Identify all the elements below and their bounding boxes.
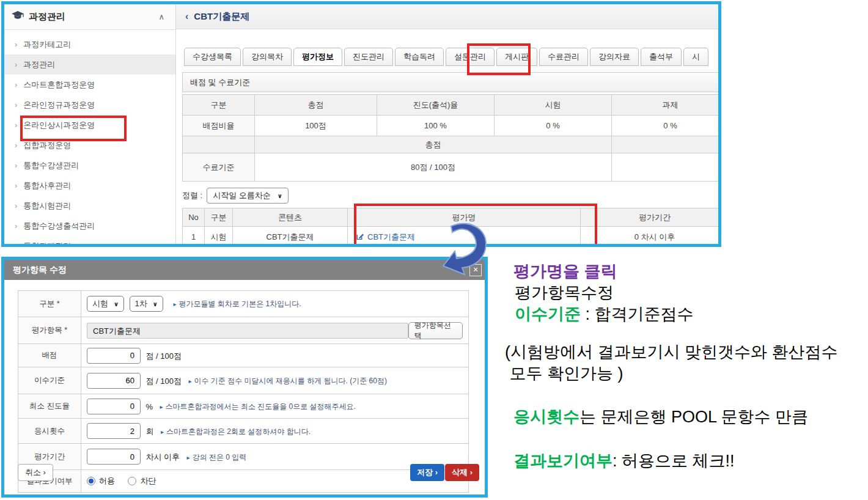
chevron-right-icon: ›: [15, 40, 17, 49]
sidebar-item-label: 통합시험관리: [23, 200, 71, 211]
chevron-right-icon: ›: [15, 141, 17, 150]
tab-progress[interactable]: 진도관리: [344, 48, 393, 66]
sidebar-item-smart-blended[interactable]: ›스마트혼합과정운영: [4, 75, 175, 95]
sidebar-header: 과정관리 ∧: [4, 4, 175, 30]
pass-score-input[interactable]: [87, 373, 141, 389]
radio-allow[interactable]: 허용: [87, 476, 115, 487]
sidebar-item-after-manage[interactable]: ›통합사후관리: [4, 175, 175, 196]
chevron-right-icon: ›: [15, 100, 17, 109]
sort-row: 정렬 : 시작일 오름차순 ∨: [182, 187, 721, 204]
sidebar-item-label: 과정카테고리: [23, 39, 71, 50]
cancel-button[interactable]: 취소 ›: [18, 464, 53, 481]
evaluation-name-link[interactable]: CBT기출문제: [356, 232, 415, 243]
chevron-right-icon: ›: [15, 241, 17, 247]
tab-curriculum[interactable]: 강의목차: [243, 48, 292, 66]
points-input[interactable]: [87, 348, 141, 364]
cell-assignment-rate: 0 %: [612, 116, 722, 136]
row-label: 수료기준: [183, 153, 255, 182]
sort-select[interactable]: 시작일 오름차순 ∨: [207, 188, 289, 204]
sidebar-item-course-manage[interactable]: ›과정관리: [4, 54, 175, 75]
sidebar-item-label: 스마트혼합과정운영: [23, 79, 95, 90]
unit-text: 점 / 100점: [145, 376, 182, 385]
hint-arrow-icon: ▸: [161, 428, 164, 435]
tab-clipped[interactable]: 시: [683, 48, 708, 66]
sidebar-item-label: 통합과제관리: [23, 241, 71, 248]
chevron-down-icon: ∨: [278, 193, 282, 199]
chevron-right-icon: ›: [15, 60, 17, 69]
type-select[interactable]: 시험∨: [87, 296, 124, 312]
tab-survey[interactable]: 설문관리: [446, 48, 495, 66]
cell-total-band: 총점: [255, 136, 612, 153]
tab-students[interactable]: 수강생목록: [184, 48, 241, 66]
cell-completion-criteria: 80점 / 100점: [255, 153, 612, 182]
hint-arrow-icon: ▸: [187, 454, 190, 461]
tab-encourage[interactable]: 학습독려: [395, 48, 444, 66]
sidebar-item-online-regular[interactable]: ›온라인정규과정운영: [4, 95, 175, 115]
graduation-cap-icon: [12, 11, 24, 23]
modal-screenshot-panel: 평가항목 수정 × 구분 * 시험∨ 1차∨ ▸평가모듈별 회차로 기본은 1차…: [1, 257, 488, 498]
field-label: 이수기준: [18, 367, 81, 394]
unit-text: 차시 이후: [145, 452, 180, 461]
tab-bar: 수강생목록 강의목차 평가정보 진도관리 학습독려 설문관리 게시판 수료관리 …: [184, 48, 708, 66]
cell-exam-rate: 0 %: [495, 116, 612, 136]
tab-board[interactable]: 게시판: [496, 48, 537, 66]
col-header: 평가기간: [581, 208, 722, 227]
field-label: 최소 진도율: [18, 394, 81, 419]
sidebar-item-online-ondemand[interactable]: ›온라인상시과정운영: [4, 115, 175, 135]
eval-period-input[interactable]: [87, 449, 141, 465]
save-button[interactable]: 저장 ›: [410, 464, 444, 481]
back-chevron-icon[interactable]: ‹: [185, 11, 188, 22]
sort-select-value: 시작일 오름차순: [213, 190, 271, 201]
select-eval-item-button[interactable]: 평가항목선택: [408, 322, 463, 339]
modal-titlebar: 평가항목 수정: [4, 260, 485, 280]
field-label: 구분 *: [18, 291, 81, 317]
delete-button[interactable]: 삭제 ›: [445, 464, 479, 481]
grading-section-header: 배점 및 수료기준: [182, 72, 721, 92]
annotation-exam-room-2: 모두 확인가능 ): [505, 364, 623, 384]
chevron-down-icon: ∨: [153, 301, 158, 307]
sidebar-item-course-category[interactable]: ›과정카테고리: [4, 34, 175, 54]
cell-no: 1: [183, 227, 205, 248]
field-hint: ▸평가모듈별 회차로 기본은 1차입니다.: [173, 300, 301, 308]
col-header: 진도(출석)율: [377, 95, 495, 116]
sidebar-item-offline-course[interactable]: ›집합과정운영: [4, 135, 175, 155]
tab-materials[interactable]: 강의자료: [590, 48, 639, 66]
col-header: 구분: [205, 208, 233, 227]
eval-item-field: CBT기출문제: [87, 323, 408, 339]
sidebar-item-label: 온라인상시과정운영: [23, 120, 95, 131]
field-hint: ▸이수 기준 점수 미달시에 재응시를 하게 됩니다. (기준 60점): [189, 377, 387, 385]
cell-empty: [612, 136, 722, 153]
field-label: 응시횟수: [18, 419, 81, 444]
sidebar-item-attendance-manage[interactable]: ›통합수강생출석관리: [4, 216, 175, 236]
tab-attendance[interactable]: 출석부: [641, 48, 682, 66]
col-header: No: [183, 208, 205, 227]
page-title: CBT기출문제: [194, 11, 249, 23]
chevron-right-icon: ›: [15, 201, 17, 210]
sidebar-item-student-manage[interactable]: ›통합수강생관리: [4, 155, 175, 175]
annotation-exam-room-1: (시험방에서 결과보기시 맞힌갯수와 환산점수: [505, 342, 838, 362]
chevron-right-icon: ›: [15, 161, 17, 170]
hint-arrow-icon: ▸: [173, 301, 176, 307]
sidebar: 과정관리 ∧ ›과정카테고리 ›과정관리 ›스마트혼합과정운영 ›온라인정규과정…: [4, 4, 176, 244]
col-header: 시험: [495, 95, 612, 116]
round-select[interactable]: 1차∨: [130, 296, 163, 312]
field-label: 배점: [18, 344, 81, 367]
main-panel: ‹ CBT기출문제 수강생목록 강의목차 평가정보 진도관리 학습독려 설문관리…: [176, 4, 721, 244]
tab-completion[interactable]: 수료관리: [539, 48, 588, 66]
hint-arrow-icon: ▸: [189, 378, 192, 384]
curved-arrow-annotation: [428, 218, 495, 276]
radio-selected-icon: [87, 477, 95, 485]
attempt-count-input[interactable]: [87, 423, 141, 439]
radio-block[interactable]: 차단: [128, 476, 156, 487]
field-hint: ▸스마트혼합과정은 2회로 설정하셔야 합니다.: [161, 427, 311, 436]
sidebar-item-assignment-manage[interactable]: ›통합과제관리: [4, 236, 175, 247]
sidebar-item-exam-manage[interactable]: ›통합시험관리: [4, 196, 175, 216]
annotation-attempt-count: 응시횟수는 문제은행 POOL 문항수 만큼: [513, 407, 808, 427]
tab-evaluation-info[interactable]: 평가정보: [293, 48, 342, 66]
col-header: 총점: [255, 95, 377, 116]
chevron-up-icon[interactable]: ∧: [158, 12, 168, 21]
min-progress-input[interactable]: [87, 399, 141, 414]
cell-progress-rate: 100 %: [377, 116, 495, 136]
chevron-right-icon: ›: [15, 221, 17, 230]
annotation-pass-criteria: 이수기준 : 합격기준점수: [515, 304, 694, 325]
